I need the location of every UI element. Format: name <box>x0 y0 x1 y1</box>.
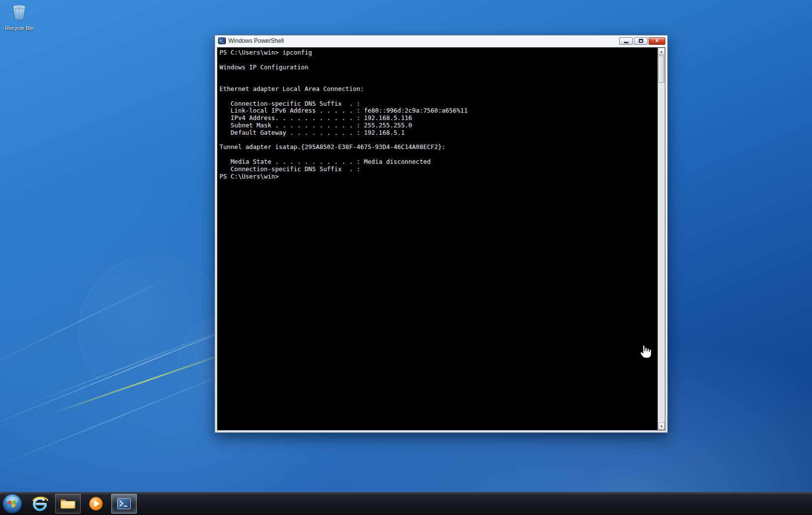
media-player-icon <box>87 495 105 513</box>
scrollbar-thumb[interactable] <box>658 56 664 83</box>
console-line: Subnet Mask . . . . . . . . . . . : 255.… <box>219 122 656 129</box>
console-output: PS C:\Users\win> ipconfigWindows IP Conf… <box>218 48 657 430</box>
console-line <box>219 78 656 86</box>
recycle-bin[interactable]: Recycle Bin <box>3 2 35 31</box>
console-line: Tunnel adapter isatap.{295A8502-E38F-467… <box>219 144 656 151</box>
window-titlebar[interactable]: >_ Windows PowerShell × <box>215 35 667 46</box>
wallpaper-bokeh-circle <box>79 256 226 403</box>
console-line: Connection-specific DNS Suffix . : <box>219 100 656 108</box>
scroll-up-button[interactable]: ▲ <box>658 48 665 55</box>
recycle-bin-icon <box>8 2 31 23</box>
console-line: Default Gateway . . . . . . . . . : 192.… <box>219 129 656 137</box>
start-button[interactable] <box>1 493 23 515</box>
console-line: Media State . . . . . . . . . . . : Medi… <box>219 158 656 166</box>
scroll-down-icon: ▼ <box>660 424 663 428</box>
internet-explorer-icon <box>31 495 49 513</box>
minimize-icon <box>624 42 628 43</box>
console-line: PS C:\Users\win> ipconfig <box>219 49 656 57</box>
close-button[interactable]: × <box>649 37 665 45</box>
folder-icon <box>59 495 77 513</box>
console-line: IPv4 Address. . . . . . . . . . . : 192.… <box>219 115 656 122</box>
windows-logo-icon <box>2 493 23 514</box>
console-line: Ethernet adapter Local Area Connection: <box>219 86 656 93</box>
console-line: Link-local IPv6 Address . . . . . : fe80… <box>219 107 656 115</box>
wallpaper-streak <box>20 325 236 408</box>
console-line <box>219 151 656 158</box>
console-line: PS C:\Users\win> <box>219 173 656 181</box>
minimize-button[interactable] <box>619 37 633 45</box>
taskbar-item-windows-explorer[interactable] <box>55 494 81 514</box>
powershell-icon: >_ <box>218 37 226 44</box>
console-area[interactable]: PS C:\Users\win> ipconfigWindows IP Conf… <box>217 47 665 430</box>
console-line: Connection-specific DNS Suffix . : <box>219 166 656 173</box>
console-scrollbar[interactable]: ▲ ▼ <box>657 48 665 430</box>
console-line <box>219 137 656 144</box>
wallpaper-streak <box>0 267 191 380</box>
maximize-button[interactable] <box>634 37 648 45</box>
console-line <box>219 93 656 100</box>
taskbar-item-media-player[interactable] <box>83 494 109 514</box>
console-line: Windows IP Configuration <box>219 64 656 71</box>
window-controls: × <box>618 37 665 45</box>
window-title: Windows PowerShell <box>228 37 284 44</box>
taskbar-item-internet-explorer[interactable] <box>27 494 53 514</box>
powershell-taskbar-icon <box>115 495 133 513</box>
taskbar-item-powershell[interactable] <box>111 494 137 514</box>
desktop: Recycle Bin >_ Windows PowerShell × <box>0 0 812 515</box>
console-line <box>219 71 656 78</box>
scroll-up-icon: ▲ <box>660 50 663 53</box>
close-icon: × <box>655 38 658 44</box>
powershell-window: >_ Windows PowerShell × PS C:\Users\win>… <box>215 35 668 433</box>
maximize-icon <box>639 39 643 43</box>
recycle-bin-label: Recycle Bin <box>3 25 35 31</box>
scroll-down-button[interactable]: ▼ <box>658 423 665 430</box>
console-line <box>219 57 656 64</box>
taskbar <box>0 492 812 515</box>
